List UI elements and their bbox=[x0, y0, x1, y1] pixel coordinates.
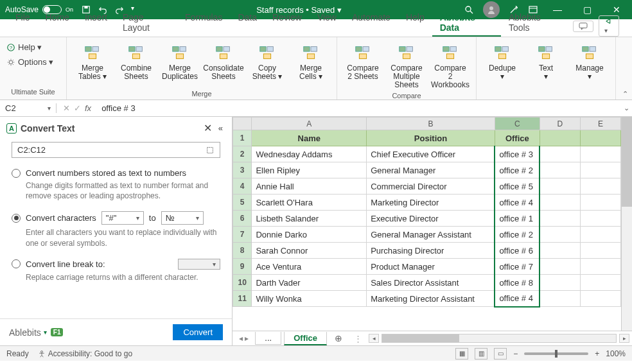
row-header-1[interactable]: 1 bbox=[233, 130, 252, 146]
zoom-level[interactable]: 100% bbox=[606, 349, 626, 358]
ribbon-btn-consolidate-sheets[interactable]: ConsolidateSheets bbox=[203, 41, 244, 89]
range-input[interactable]: C2:C12 bbox=[12, 142, 220, 158]
from-char-select[interactable]: "#"▾ bbox=[101, 211, 144, 225]
cell[interactable]: Wednesday Addams bbox=[252, 146, 367, 162]
radio-numbers[interactable] bbox=[12, 169, 21, 178]
cell[interactable]: Annie Hall bbox=[252, 178, 367, 195]
col-header-C[interactable]: C bbox=[495, 117, 540, 130]
cancel-formula-icon[interactable]: ✕ bbox=[63, 103, 70, 113]
help-dropdown[interactable]: ?Help ▾ bbox=[6, 41, 60, 53]
ribbon-tab-ablebits-data[interactable]: Ablebits Data bbox=[432, 10, 501, 37]
hscroll-right[interactable]: ▸ bbox=[619, 334, 629, 343]
col-header-E[interactable]: E bbox=[580, 117, 620, 130]
cell[interactable]: Scarlett O'Hara bbox=[252, 195, 367, 211]
cell[interactable] bbox=[540, 162, 580, 178]
option-linebreak[interactable]: Convert line break to: ▾ bbox=[12, 259, 220, 270]
cell[interactable]: Ace Ventura bbox=[252, 259, 367, 275]
cell[interactable]: office # 4 bbox=[495, 195, 540, 211]
ribbon-btn-dedupe-[interactable]: Dedupe▾ bbox=[482, 41, 523, 97]
cell[interactable] bbox=[580, 211, 620, 227]
select-all-corner[interactable] bbox=[233, 117, 252, 130]
ribbon-tab-formulas[interactable]: Formulas bbox=[177, 10, 230, 37]
cell[interactable]: Lisbeth Salander bbox=[252, 211, 367, 227]
fx-icon[interactable]: fx bbox=[85, 103, 91, 113]
close-button[interactable]: ✕ bbox=[606, 4, 627, 15]
f1-badge[interactable]: F1 bbox=[51, 328, 64, 336]
range-select-icon[interactable] bbox=[206, 146, 215, 155]
cell[interactable]: Sarah Connor bbox=[252, 243, 367, 259]
cell[interactable]: office # 2 bbox=[495, 162, 540, 178]
cell[interactable]: Marketing Director Assistant bbox=[367, 291, 495, 307]
zoom-in-button[interactable]: + bbox=[595, 349, 599, 358]
to-char-select[interactable]: №▾ bbox=[161, 211, 204, 225]
row-header-8[interactable]: 8 bbox=[233, 243, 252, 259]
row-header-3[interactable]: 3 bbox=[233, 162, 252, 178]
linebreak-select[interactable]: ▾ bbox=[178, 259, 220, 270]
convert-button[interactable]: Convert bbox=[173, 324, 223, 340]
maximize-button[interactable]: ▢ bbox=[577, 4, 597, 15]
enter-formula-icon[interactable]: ✓ bbox=[74, 103, 81, 113]
sheet-tab-office[interactable]: Office bbox=[284, 332, 327, 345]
ribbon-btn-text-[interactable]: Text▾ bbox=[525, 41, 566, 97]
zoom-out-button[interactable]: − bbox=[513, 349, 518, 358]
cell[interactable] bbox=[580, 195, 620, 211]
radio-linebreak[interactable] bbox=[12, 259, 21, 268]
cell[interactable]: office # 1 bbox=[495, 211, 540, 227]
ribbon-btn-manage-[interactable]: Manage▾ bbox=[569, 41, 610, 97]
option-characters[interactable]: Convert characters "#"▾ to №▾ bbox=[12, 211, 220, 225]
ribbon-btn-combine-sheets[interactable]: CombineSheets bbox=[116, 41, 157, 89]
ribbon-btn-compare-2-workbooks[interactable]: Compare2 Workbooks bbox=[430, 41, 471, 91]
cell[interactable] bbox=[540, 211, 580, 227]
row-header-2[interactable]: 2 bbox=[233, 146, 252, 162]
name-box[interactable]: C2▾ bbox=[0, 103, 57, 113]
cell[interactable]: office # 7 bbox=[495, 259, 540, 275]
cell[interactable] bbox=[540, 291, 580, 307]
cell[interactable]: office # 8 bbox=[495, 275, 540, 291]
cell[interactable]: General Manager bbox=[367, 162, 495, 178]
cell[interactable]: General Manager Assistant bbox=[367, 227, 495, 243]
col-header-D[interactable]: D bbox=[540, 117, 580, 130]
panel-close-icon[interactable]: ✕ bbox=[200, 122, 216, 134]
ribbon-tab-view[interactable]: View bbox=[310, 10, 344, 37]
cell[interactable] bbox=[540, 178, 580, 195]
ribbon-tab-data[interactable]: Data bbox=[230, 10, 265, 37]
view-pagebreak-icon[interactable]: ▭ bbox=[494, 348, 507, 360]
comments-button[interactable] bbox=[573, 21, 593, 32]
row-header-11[interactable]: 11 bbox=[233, 291, 252, 307]
row-header-7[interactable]: 7 bbox=[233, 227, 252, 243]
row-header-5[interactable]: 5 bbox=[233, 195, 252, 211]
cell[interactable]: Commercial Director bbox=[367, 178, 495, 195]
sheet-nav[interactable]: ◂ ▸ bbox=[235, 334, 252, 343]
header-cell[interactable]: Name bbox=[252, 130, 367, 146]
header-cell[interactable]: Position bbox=[367, 130, 495, 146]
status-accessibility[interactable]: Accessibility: Good to go bbox=[38, 349, 132, 358]
ribbon-tab-file[interactable]: File bbox=[8, 10, 38, 37]
cell[interactable] bbox=[580, 162, 620, 178]
cell[interactable]: office # 5 bbox=[495, 178, 540, 195]
cell[interactable]: Chief Executive Officer bbox=[367, 146, 495, 162]
cell[interactable]: office # 4 bbox=[495, 291, 540, 307]
ribbon-btn-compare-multiple-sheets[interactable]: CompareMultiple Sheets bbox=[386, 41, 427, 91]
cell[interactable] bbox=[580, 275, 620, 291]
cell[interactable]: office # 6 bbox=[495, 243, 540, 259]
options-dropdown[interactable]: Options ▾ bbox=[6, 56, 60, 68]
cell[interactable] bbox=[540, 275, 580, 291]
radio-characters[interactable] bbox=[12, 214, 21, 223]
cell[interactable]: Darth Vader bbox=[252, 275, 367, 291]
col-header-A[interactable]: A bbox=[252, 117, 367, 130]
formula-input[interactable]: office # 3 bbox=[98, 103, 620, 113]
panel-collapse-icon[interactable]: « bbox=[216, 123, 225, 133]
row-header-9[interactable]: 9 bbox=[233, 259, 252, 275]
cell[interactable]: Willy Wonka bbox=[252, 291, 367, 307]
cell[interactable]: Purchasing Director bbox=[367, 243, 495, 259]
cell[interactable]: Ellen Ripley bbox=[252, 162, 367, 178]
add-sheet-button[interactable]: ⊕ bbox=[329, 333, 347, 343]
hscroll-left[interactable]: ◂ bbox=[369, 334, 379, 343]
spreadsheet-grid[interactable]: ABCDE1NamePositionOffice2Wednesday Addam… bbox=[233, 117, 621, 331]
ribbon-btn-merge-cells-[interactable]: MergeCells ▾ bbox=[290, 41, 331, 89]
ribbon-btn-copy-sheets-[interactable]: CopySheets ▾ bbox=[247, 41, 288, 89]
expand-formula-icon[interactable]: ⌄ bbox=[620, 104, 632, 112]
horizontal-scrollbar[interactable] bbox=[382, 334, 617, 343]
row-header-6[interactable]: 6 bbox=[233, 211, 252, 227]
zoom-slider[interactable] bbox=[524, 352, 588, 355]
